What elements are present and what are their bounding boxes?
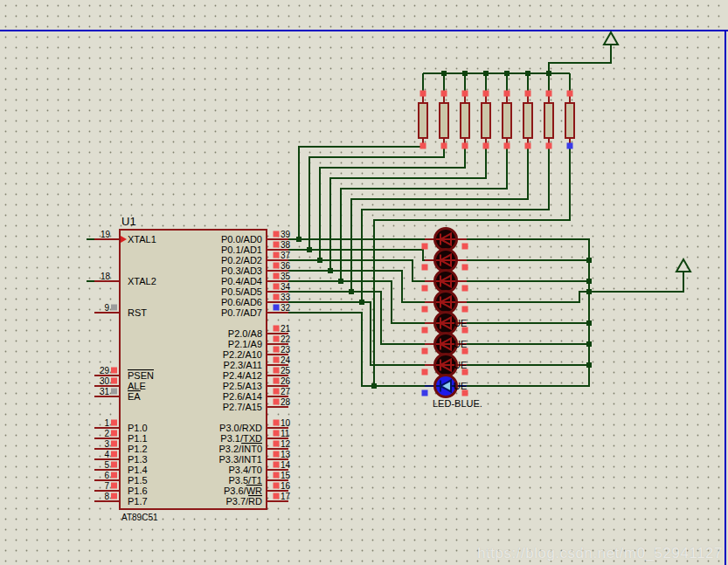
pin-label: XTAL1	[128, 234, 156, 245]
pin-label: P1.2	[128, 444, 148, 454]
junction-dot	[307, 247, 312, 252]
pin-state-square	[274, 231, 280, 238]
pin-number: 29	[100, 366, 110, 376]
junction-dot	[586, 341, 592, 347]
pin-state-square	[111, 378, 117, 384]
pin-label: P2.0/A8	[228, 328, 262, 339]
pin-number: 37	[281, 251, 291, 260]
chip-part-name: AT89C51	[121, 513, 158, 522]
pin-state-square	[111, 462, 117, 468]
pin-state-square	[441, 91, 447, 97]
schematic-canvas: U1AT89C5119XTAL118XTAL29RST29PSEN30ALE31…	[0, 0, 728, 565]
pin-state-square	[504, 143, 510, 149]
pin-number: 36	[281, 261, 291, 271]
pin-state-square	[274, 294, 280, 300]
pin-number: 39	[281, 230, 291, 239]
pin-number: 8	[104, 492, 109, 501]
pin-label: P0.1/AD1	[221, 245, 262, 255]
pin-number: 6	[104, 471, 109, 480]
pin-state-square	[111, 431, 117, 437]
pin-number: 10	[281, 418, 291, 428]
pin-state-square	[111, 420, 117, 426]
pin-number: 21	[281, 324, 291, 334]
pin-label: RST	[128, 307, 147, 318]
pin-state-square	[422, 327, 428, 334]
pin-number: 7	[104, 481, 109, 491]
pin-number: 35	[281, 272, 291, 281]
pin-number: 11	[281, 429, 290, 438]
schematic-svg: U1AT89C5119XTAL118XTAL29RST29PSEN30ALE31…	[0, 0, 728, 565]
led-label-fragment: UE	[454, 339, 467, 349]
pin-label: P3.0/RXD	[219, 423, 262, 433]
pin-state-square	[504, 91, 510, 97]
pin-number: 24	[281, 355, 291, 365]
pin-number: 17	[281, 492, 291, 501]
chip-ref: U1	[121, 215, 136, 228]
pin-state-square	[525, 91, 531, 97]
pin-label: P3.7/RD	[225, 496, 262, 506]
junction-dot	[338, 279, 343, 284]
pin-label: P1.4	[128, 465, 148, 475]
pin-state-square	[111, 493, 117, 500]
pin-number: 12	[281, 439, 291, 449]
pin-state-square	[111, 441, 117, 447]
pin-state-square	[422, 307, 428, 313]
pin-state-square	[422, 244, 428, 250]
pin-state-square	[567, 91, 573, 97]
pin-label: P3.1/TXD	[220, 433, 262, 444]
led-label-fragment: UE	[454, 381, 467, 391]
pin-number: 13	[281, 450, 291, 459]
pin-number: 25	[281, 366, 291, 376]
pin-label: P1.7	[128, 496, 148, 506]
pin-number: 28	[281, 397, 291, 407]
pin-number: 38	[281, 240, 291, 250]
led-caption: LED-BLUE.	[433, 398, 482, 409]
pin-state-square	[274, 431, 280, 437]
pin-number: 32	[281, 303, 291, 313]
pin-label: EA	[128, 391, 141, 402]
pin-state-square	[462, 91, 468, 97]
pin-label: P3.4/T0	[228, 465, 262, 475]
pin-label: P3.2/INT0	[218, 444, 262, 454]
pin-state-square	[274, 472, 280, 479]
pin-label: P1.3	[128, 454, 148, 465]
pin-number: 9	[104, 303, 109, 313]
pin-number: 2	[104, 429, 109, 438]
pin-state-square	[525, 143, 531, 149]
pin-state-square	[274, 336, 280, 342]
pin-state-square	[274, 368, 280, 374]
pin-number: 33	[281, 293, 291, 302]
pin-label: P0.7/AD7	[221, 307, 262, 318]
pin-number: 3	[104, 439, 109, 449]
pin-label: PSEN	[128, 370, 154, 381]
pin-number: 18	[101, 272, 111, 281]
pin-state-square	[420, 143, 426, 149]
junction-dot	[546, 71, 551, 76]
pin-state-square	[441, 143, 447, 149]
pin-label: P2.6/A14	[223, 391, 262, 402]
junction-dot	[296, 237, 302, 242]
pin-state-square	[274, 462, 280, 468]
junction-dot	[349, 289, 354, 294]
pin-label: XTAL2	[128, 276, 156, 286]
pin-label: P2.2/A10	[223, 349, 262, 360]
pin-label: P0.0/AD0	[221, 234, 262, 245]
pin-state-square	[274, 483, 280, 489]
pin-state-square	[422, 390, 428, 396]
junction-dot	[483, 71, 489, 76]
junction-dot	[586, 258, 592, 263]
pin-label: P0.4/AD4	[221, 276, 262, 286]
pin-label: P2.7/A15	[223, 402, 262, 412]
junction-dot	[586, 279, 592, 284]
pin-number: 34	[281, 282, 291, 292]
junction-dot	[359, 300, 364, 305]
pin-label: P3.3/INT1	[218, 454, 262, 465]
junction-dot	[586, 362, 592, 368]
pin-state-square	[274, 451, 280, 458]
junction-dot	[586, 289, 592, 294]
pin-state-square	[274, 357, 280, 363]
pin-number: 1	[104, 418, 109, 428]
led-label-fragment: UE	[454, 360, 467, 370]
pin-state-square	[111, 451, 117, 458]
pin-state-square	[422, 265, 428, 271]
